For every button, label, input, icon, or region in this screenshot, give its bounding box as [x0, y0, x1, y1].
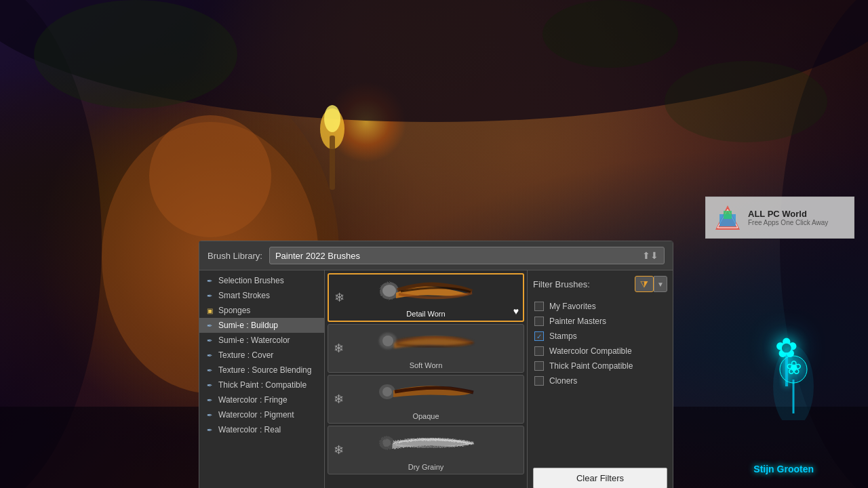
brush-preview-name: Dry Grainy [408, 463, 444, 471]
badge-subtitle: Free Apps One Click Away [748, 219, 828, 226]
filter-checkbox[interactable]: ✓ [534, 331, 544, 341]
category-icon: ✒ [205, 276, 214, 285]
brush-category-item[interactable]: ✒ Texture : Source Blending [199, 363, 324, 378]
filter-item[interactable]: Watercolor Compatible [533, 344, 667, 359]
brush-preview-name: Detail Worn [406, 310, 445, 318]
svg-rect-19 [724, 211, 732, 219]
brush-stroke-preview [334, 277, 517, 304]
brush-categories-list: ✒ Selection Brushes ✒ Smart Strokes ▣ Sp… [199, 270, 325, 488]
filter-checkbox[interactable] [534, 317, 544, 326]
svg-point-25 [382, 387, 392, 396]
filter-more-button[interactable]: ▼ [654, 276, 667, 292]
opaque-stroke-svg [377, 380, 475, 404]
brush-library-value: Painter 2022 Brushes [275, 251, 360, 261]
category-label: Sponges [218, 306, 250, 315]
brush-category-item[interactable]: ✒ Thick Paint : Compatible [199, 378, 324, 392]
category-label: Texture : Source Blending [218, 365, 311, 375]
dry-grainy-stroke-svg [377, 431, 475, 455]
brush-category-item[interactable]: ✒ Sumi-e : Buildup [199, 318, 324, 333]
category-icon: ✒ [205, 336, 214, 345]
badge-title: ALL PC World [748, 209, 828, 219]
panel-header: Brush Library: Painter 2022 Brushes ⬆⬇ [199, 241, 673, 270]
filter-items-container: My Favorites Painter Masters ✓ Stamps Wa… [533, 299, 667, 388]
brush-library-panel: Brush Library: Painter 2022 Brushes ⬆⬇ ✒… [199, 241, 673, 488]
dropdown-arrows-icon: ⬆⬇ [642, 250, 658, 261]
brush-category-item[interactable]: ✒ Watercolor : Real [199, 422, 324, 437]
filter-item-label: Painter Masters [549, 317, 606, 326]
panel-body: ✒ Selection Brushes ✒ Smart Strokes ▣ Sp… [199, 270, 673, 488]
category-label: Sumi-e : Buildup [218, 321, 278, 330]
soft-worn-stroke-svg [377, 329, 475, 353]
brush-stroke-preview [334, 378, 518, 405]
brush-category-item[interactable]: ▣ Sponges [199, 303, 324, 318]
brush-stroke-preview [334, 429, 518, 456]
brush-preview-item[interactable]: ❄ Detail Worn ♥ [328, 273, 524, 322]
category-icon: ✒ [205, 425, 214, 434]
category-icon: ✒ [205, 410, 214, 420]
filter-item[interactable]: My Favorites [533, 299, 667, 314]
brush-preview-name: Soft Worn [410, 361, 443, 369]
category-icon: ✒ [205, 380, 214, 390]
filter-item[interactable]: ✓ Stamps [533, 329, 667, 344]
category-icon: ✒ [205, 291, 214, 300]
filter-panel: Filter Brushes: ⧩ ▼ My Favorites Painter… [527, 270, 673, 488]
category-label: Watercolor : Pigment [218, 410, 294, 420]
filter-item-label: Cloners [549, 376, 577, 386]
filter-item-label: My Favorites [549, 302, 596, 311]
filter-item[interactable]: Cloners [533, 373, 667, 388]
svg-point-27 [382, 439, 391, 447]
brush-category-item[interactable]: ✒ Watercolor : Pigment [199, 407, 324, 422]
brush-preview-item[interactable]: ❄ Opaque [328, 375, 524, 424]
detail-worn-stroke-svg [377, 278, 475, 304]
watermark-text: Stijn Grooten [753, 464, 814, 474]
filter-item-label: Stamps [549, 331, 577, 341]
filter-checkbox[interactable] [534, 346, 544, 356]
filter-item[interactable]: Thick Paint Compatible [533, 359, 667, 373]
filter-checkbox[interactable] [534, 376, 544, 386]
brush-preview-name: Opaque [412, 412, 439, 420]
brush-previews-area: ❄ Detail Worn ♥ ❄ Soft Worn ❄ [325, 270, 527, 488]
funnel-icon: ⧩ [640, 279, 648, 290]
favorite-heart-icon: ♥ [513, 306, 519, 317]
badge-text-area: ALL PC World Free Apps One Click Away [748, 209, 828, 226]
category-label: Watercolor : Real [218, 425, 281, 434]
svg-point-23 [382, 336, 393, 346]
category-label: Thick Paint : Compatible [218, 380, 307, 390]
brush-preview-item[interactable]: ❄ Soft Worn [328, 324, 524, 373]
category-label: Selection Brushes [218, 276, 284, 285]
filter-icons-group: ⧩ ▼ [635, 276, 667, 292]
badge-logo-icon [714, 204, 741, 231]
brush-preview-item[interactable]: ❄ Dry Grainy [328, 426, 524, 474]
filter-checkbox[interactable] [534, 302, 544, 311]
category-icon: ✒ [205, 350, 214, 360]
clear-filters-button[interactable]: Clear Filters [533, 468, 667, 488]
brush-library-label: Brush Library: [208, 251, 262, 261]
filter-brushes-label: Filter Brushes: [533, 279, 590, 289]
brush-category-item[interactable]: ✒ Sumi-e : Watercolor [199, 333, 324, 348]
brush-stroke-preview [334, 327, 518, 354]
brush-library-dropdown[interactable]: Painter 2022 Brushes ⬆⬇ [269, 247, 665, 264]
category-icon: ✒ [205, 321, 214, 330]
brush-category-item[interactable]: ✒ Watercolor : Fringe [199, 392, 324, 407]
allpcworld-badge: ALL PC World Free Apps One Click Away [705, 197, 854, 239]
category-icon: ▣ [205, 306, 214, 315]
brush-category-item[interactable]: ✒ Smart Strokes [199, 288, 324, 303]
category-label: Sumi-e : Watercolor [218, 336, 290, 345]
brush-category-item[interactable]: ✒ Selection Brushes [199, 273, 324, 288]
filter-item[interactable]: Painter Masters [533, 314, 667, 329]
filter-icon-button[interactable]: ⧩ [635, 276, 654, 292]
filter-header: Filter Brushes: ⧩ ▼ [533, 276, 667, 292]
category-label: Smart Strokes [218, 291, 270, 300]
filter-item-label: Thick Paint Compatible [549, 361, 633, 371]
category-label: Texture : Cover [218, 350, 273, 360]
brush-category-item[interactable]: ✒ Texture : Cover [199, 348, 324, 363]
filter-checkbox[interactable] [534, 361, 544, 371]
category-label: Watercolor : Fringe [218, 395, 288, 405]
chevron-down-icon: ▼ [657, 281, 664, 288]
filter-item-label: Watercolor Compatible [549, 346, 632, 356]
category-icon: ✒ [205, 395, 214, 405]
svg-point-21 [382, 285, 396, 297]
glow-flower [766, 332, 807, 386]
category-icon: ✒ [205, 365, 214, 375]
